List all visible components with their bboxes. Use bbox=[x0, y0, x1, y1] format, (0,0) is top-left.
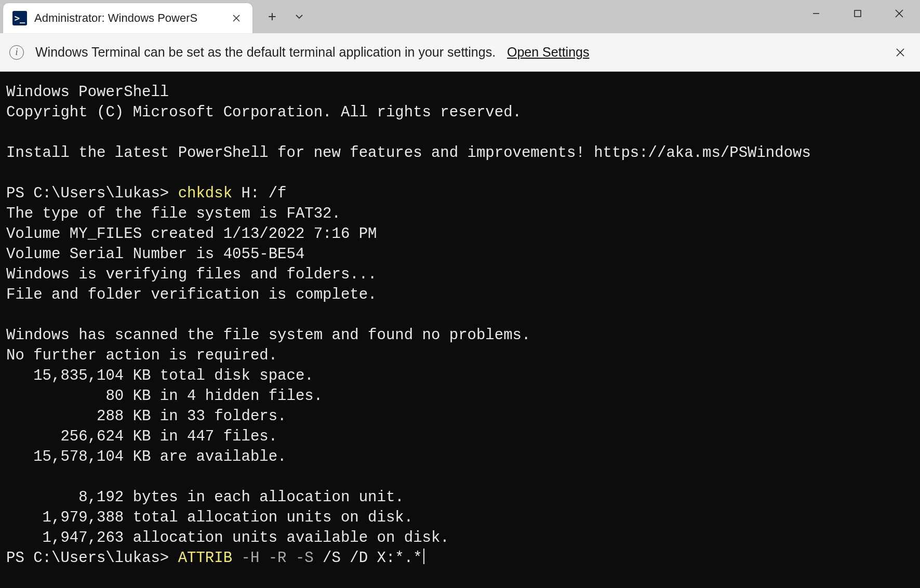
maximize-icon bbox=[854, 10, 861, 17]
terminal-line: Windows PowerShell bbox=[6, 84, 169, 101]
minimize-icon bbox=[812, 9, 820, 18]
minimize-button[interactable] bbox=[795, 0, 837, 27]
terminal-line: Install the latest PowerShell for new fe… bbox=[6, 144, 811, 162]
chevron-down-icon bbox=[295, 12, 304, 21]
prompt: PS C:\Users\lukas> bbox=[6, 550, 178, 567]
terminal-line: Volume Serial Number is 4055-BE54 bbox=[6, 246, 304, 263]
plus-icon: + bbox=[268, 8, 276, 25]
terminal-line: Windows is verifying files and folders..… bbox=[6, 266, 377, 283]
command-args: /S /D X:*.* bbox=[314, 550, 422, 567]
command-args: H: /f bbox=[232, 185, 286, 202]
tab-dropdown-button[interactable] bbox=[286, 0, 313, 33]
tab-powershell[interactable]: >_ Administrator: Windows PowerS bbox=[3, 3, 252, 33]
default-terminal-infobar: i Windows Terminal can be set as the def… bbox=[0, 33, 920, 72]
powershell-icon: >_ bbox=[12, 11, 27, 25]
terminal-line: 288 KB in 33 folders. bbox=[6, 408, 287, 425]
tab-title: Administrator: Windows PowerS bbox=[34, 11, 222, 25]
maximize-button[interactable] bbox=[837, 0, 878, 27]
infobar-message: Windows Terminal can be set as the defau… bbox=[35, 45, 496, 60]
terminal-line: Copyright (C) Microsoft Corporation. All… bbox=[6, 104, 522, 121]
info-icon: i bbox=[9, 45, 24, 60]
terminal-line: 1,979,388 total allocation units on disk… bbox=[6, 509, 413, 526]
infobar-close-button[interactable] bbox=[890, 42, 911, 63]
terminal-line: No further action is required. bbox=[6, 347, 277, 364]
command: chkdsk bbox=[178, 185, 232, 202]
powershell-icon-glyph: >_ bbox=[15, 13, 25, 23]
prompt: PS C:\Users\lukas> bbox=[6, 185, 178, 202]
terminal-line: 256,624 KB in 447 files. bbox=[6, 428, 277, 445]
titlebar: >_ Administrator: Windows PowerS + bbox=[0, 0, 920, 33]
close-icon bbox=[895, 9, 904, 18]
titlebar-tab-controls: + bbox=[259, 0, 313, 33]
terminal-line: 80 KB in 4 hidden files. bbox=[6, 387, 323, 405]
terminal-line: File and folder verification is complete… bbox=[6, 286, 377, 303]
terminal-line: Windows has scanned the file system and … bbox=[6, 327, 530, 344]
command: ATTRIB bbox=[178, 550, 232, 567]
terminal-pane[interactable]: Windows PowerShell Copyright (C) Microso… bbox=[0, 72, 920, 588]
terminal-line: 15,835,104 KB total disk space. bbox=[6, 367, 314, 384]
command-flags: -H -R -S bbox=[232, 550, 314, 567]
cursor bbox=[423, 549, 424, 564]
terminal-line: Volume MY_FILES created 1/13/2022 7:16 P… bbox=[6, 225, 377, 243]
window-controls bbox=[795, 0, 920, 27]
new-tab-button[interactable]: + bbox=[259, 0, 286, 33]
svg-rect-3 bbox=[855, 10, 861, 17]
terminal-line: 15,578,104 KB are available. bbox=[6, 448, 287, 465]
terminal-line: 1,947,263 allocation units available on … bbox=[6, 529, 449, 546]
tab-close-button[interactable] bbox=[228, 9, 245, 27]
terminal-line: The type of the file system is FAT32. bbox=[6, 205, 341, 222]
open-settings-link[interactable]: Open Settings bbox=[507, 45, 589, 60]
terminal-line: 8,192 bytes in each allocation unit. bbox=[6, 489, 404, 506]
close-window-button[interactable] bbox=[878, 0, 920, 27]
